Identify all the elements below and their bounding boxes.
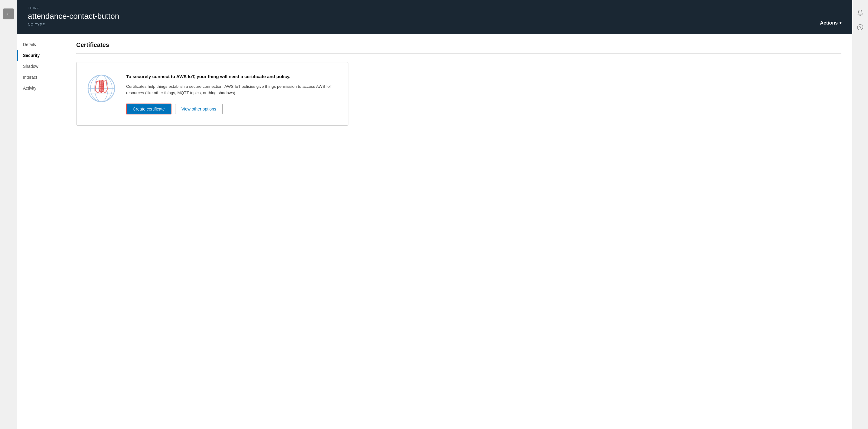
sidebar-item-shadow[interactable]: Shadow: [17, 61, 65, 72]
sidebar-nav: Details Security Shadow Interact Activit…: [17, 34, 65, 429]
bell-icon: [857, 9, 864, 18]
svg-point-11: [858, 24, 863, 30]
certificate-text: To securely connect to AWS IoT, your thi…: [126, 73, 338, 114]
actions-button[interactable]: Actions ▾: [820, 20, 841, 26]
chevron-down-icon: ▾: [840, 21, 841, 25]
sidebar-item-security[interactable]: Security: [17, 50, 65, 61]
back-button[interactable]: ←: [3, 8, 14, 19]
cert-heading: To securely connect to AWS IoT, your thi…: [126, 73, 338, 80]
page-header: THING attendance-contact-button NO TYPE …: [17, 0, 852, 34]
certificate-illustration: [86, 73, 117, 104]
header-left: THING attendance-contact-button NO TYPE: [28, 6, 119, 27]
main-content: THING attendance-contact-button NO TYPE …: [17, 0, 852, 429]
section-title: Certificates: [76, 41, 841, 49]
left-panel: ←: [0, 0, 17, 429]
right-panel: [852, 0, 868, 429]
section-divider: [76, 53, 841, 54]
cert-actions: Create certificate View other options: [126, 104, 338, 114]
header-title: attendance-contact-button: [28, 11, 119, 21]
certificate-card: To securely connect to AWS IoT, your thi…: [76, 62, 348, 126]
view-other-options-button[interactable]: View other options: [175, 104, 223, 114]
actions-label: Actions: [820, 20, 838, 26]
header-actions: Actions ▾: [820, 20, 841, 27]
create-certificate-button[interactable]: Create certificate: [126, 104, 172, 114]
notification-bell-button[interactable]: [855, 8, 865, 18]
body-area: Details Security Shadow Interact Activit…: [17, 34, 852, 429]
header-label: THING: [28, 6, 119, 10]
help-button[interactable]: [855, 23, 865, 33]
header-subtitle: NO TYPE: [28, 23, 119, 27]
sidebar-item-activity[interactable]: Activity: [17, 83, 65, 93]
cert-description: Certificates help things establish a sec…: [126, 83, 338, 96]
sidebar-item-details[interactable]: Details: [17, 39, 65, 50]
question-icon: [857, 24, 864, 32]
page-content: Certificates: [65, 34, 852, 429]
sidebar-item-interact[interactable]: Interact: [17, 72, 65, 83]
